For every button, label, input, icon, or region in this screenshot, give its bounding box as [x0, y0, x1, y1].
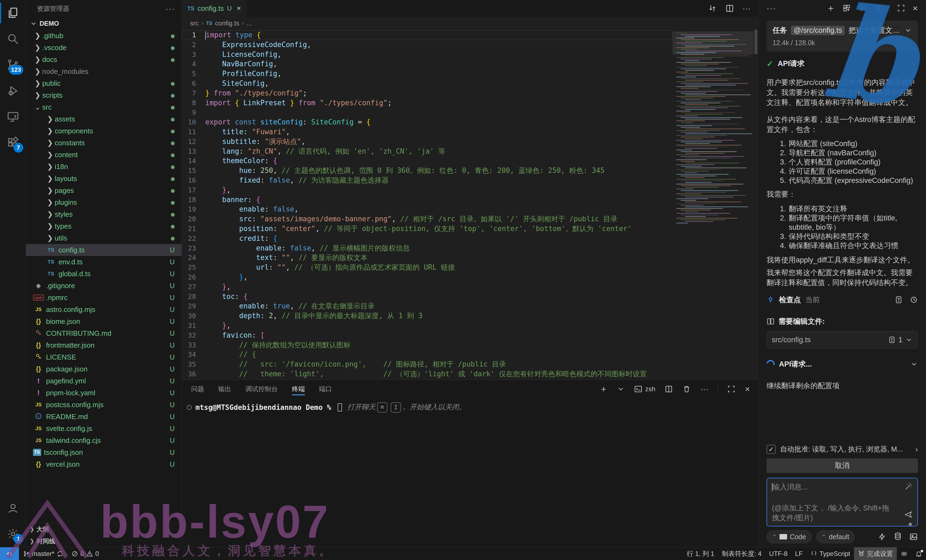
source-control-icon[interactable]: 123	[0, 52, 26, 78]
tree-item-package.json[interactable]: {}package.jsonU	[26, 363, 182, 375]
chat-input[interactable]: 输入消息... (@添加上下文， /输入命令, Shift+拖拽文件/图片)	[767, 478, 918, 527]
panel-more-icon[interactable]: ···	[767, 3, 776, 13]
tree-item-vercel.json[interactable]: {}vercel.jsonU	[26, 458, 182, 470]
code-line-22[interactable]: 22 credit: {	[182, 234, 673, 243]
panel-tab-端口[interactable]: 端口	[319, 380, 332, 398]
code-line-10[interactable]: 10export const siteConfig: SiteConfig = …	[182, 118, 673, 127]
history-icon[interactable]	[910, 296, 918, 304]
maximize-panel-icon[interactable]	[727, 385, 736, 393]
copilot-icon[interactable]	[897, 547, 911, 560]
compare-changes-icon[interactable]	[708, 4, 717, 13]
code-line-34[interactable]: 34 // {	[182, 350, 673, 359]
tree-item-types[interactable]: ❯types	[26, 220, 182, 232]
account-icon[interactable]	[0, 495, 26, 521]
code-line-26[interactable]: 26 },	[182, 272, 673, 282]
sidebar-more-icon[interactable]: ···	[165, 4, 175, 13]
code-line-4[interactable]: 4 NavBarConfig,	[182, 59, 673, 69]
indentation[interactable]: 制表符长度: 4	[718, 547, 766, 560]
panel-close-icon[interactable]: ×	[912, 3, 918, 14]
remote-explorer-icon[interactable]	[0, 104, 26, 130]
timeline-section[interactable]: ❯ 时间线	[26, 535, 182, 547]
chevron-down-icon[interactable]	[910, 60, 918, 67]
image-icon[interactable]	[909, 533, 918, 541]
profile-selector[interactable]: ⌃ default	[816, 530, 855, 543]
code-line-15[interactable]: 15 hue: 250, // 主题色的默认色调, 范围 0 到 360。例如:…	[182, 166, 673, 175]
panel-tab-终端[interactable]: 终端	[292, 380, 305, 398]
cursor-position[interactable]: 行 1, 列 1	[683, 547, 718, 560]
task-expand-icon[interactable]	[904, 27, 912, 34]
context-db-icon[interactable]	[894, 532, 902, 542]
encoding[interactable]: UTF-8	[766, 547, 791, 560]
cancel-button[interactable]: 取消	[767, 458, 918, 473]
task-file-ref[interactable]: @/src/config.ts	[791, 26, 845, 35]
terminal-content[interactable]: mtsg@MTSGdebijibendiannao Demo % 打开聊天⌘I。…	[182, 398, 758, 547]
lightning-icon[interactable]	[878, 533, 887, 541]
code-line-27[interactable]: 27 },	[182, 282, 673, 292]
workspace-section[interactable]: DEMO	[26, 17, 182, 30]
code-editor[interactable]: 1import type {2 ExpressiveCodeConfig,3 L…	[182, 30, 758, 380]
tree-item-CONTRIBUTING.md[interactable]: CONTRIBUTING.mdU	[26, 328, 182, 339]
code-line-28[interactable]: 28 toc: {	[182, 292, 673, 302]
split-editor-icon[interactable]	[725, 4, 734, 13]
terminal-more-icon[interactable]: ···	[700, 385, 708, 394]
search-icon[interactable]	[0, 26, 26, 52]
code-line-35[interactable]: 35 // src: '/favicon/icon.png', // 图标路径,…	[182, 359, 673, 369]
code-line-33[interactable]: 33 // 保持此数组为空以使用默认图标	[182, 340, 673, 350]
tree-item-postcss.config.mjs[interactable]: JSpostcss.config.mjsU	[26, 399, 182, 411]
code-line-23[interactable]: 23 enable: false, // 显示横幅图片的版权信息	[182, 243, 673, 253]
tree-item-.gitignore[interactable]: ◈.gitignoreU	[26, 280, 182, 291]
panel-tab-输出[interactable]: 输出	[218, 380, 231, 398]
minimap[interactable]	[673, 30, 754, 380]
run-debug-icon[interactable]	[0, 78, 26, 104]
language-mode[interactable]: TypeScript	[806, 547, 854, 560]
panel-account-icon[interactable]	[874, 4, 882, 12]
extension-status-item[interactable]: 完成设置	[854, 547, 897, 560]
code-line-8[interactable]: 8import { LinkPreset } from "./types/con…	[182, 98, 673, 108]
settings-gear-icon[interactable]: 1	[0, 521, 26, 547]
tree-item-frontmatter.json[interactable]: {}frontmatter.jsonU	[26, 339, 182, 351]
tree-item-tailwind.config.cjs[interactable]: JStailwind.config.cjsU	[26, 435, 182, 446]
panel-tab-问题[interactable]: 问题	[191, 380, 204, 398]
tree-item-pnpm-lock.yaml[interactable]: !pnpm-lock.yamlU	[26, 387, 182, 399]
code-line-30[interactable]: 30 depth: 2, // 目录中显示的最大标题深度, 从 1 到 3	[182, 311, 673, 321]
code-line-3[interactable]: 3 LicenseConfig,	[182, 50, 673, 59]
code-line-14[interactable]: 14 themeColor: {	[182, 156, 673, 166]
tree-item-scripts[interactable]: ❯scripts	[26, 89, 182, 101]
code-line-18[interactable]: 18 banner: {	[182, 195, 673, 205]
split-terminal-icon[interactable]	[664, 385, 673, 393]
tree-item-layouts[interactable]: ❯layouts	[26, 173, 182, 184]
file-to-edit-chip[interactable]: src/config.ts 1	[767, 331, 918, 349]
new-task-icon[interactable]: ＋	[826, 2, 835, 14]
panel-tab-调试控制台[interactable]: 调试控制台	[245, 380, 278, 398]
tree-item-i18n[interactable]: ❯i18n	[26, 161, 182, 173]
tree-item-utils[interactable]: ❯utils	[26, 232, 182, 244]
tree-item-node_modules[interactable]: ❯node_modules	[26, 65, 182, 77]
chevron-right-icon[interactable]: ›	[915, 445, 918, 454]
tree-item-tsconfig.json[interactable]: TStsconfig.jsonU	[26, 446, 182, 458]
tree-item-LICENSE[interactable]: LICENSEU	[26, 351, 182, 363]
tree-item-svelte.config.js[interactable]: JSsvelte.config.jsU	[26, 423, 182, 435]
tree-item-styles[interactable]: ❯styles	[26, 208, 182, 220]
code-area[interactable]: 1import type {2 ExpressiveCodeConfig,3 L…	[182, 30, 673, 380]
code-line-24[interactable]: 24 text: "", // 要显示的版权文本	[182, 253, 673, 263]
tree-item-assets[interactable]: ❯assets	[26, 113, 182, 125]
tree-item-constants[interactable]: ❯constants	[26, 137, 182, 149]
git-branch-item[interactable]: master*	[19, 547, 67, 560]
code-line-1[interactable]: 1import type {	[182, 30, 673, 40]
terminal-instance[interactable]: zsh	[634, 385, 655, 393]
tree-item-env.d.ts[interactable]: TSenv.d.tsU	[26, 256, 182, 268]
code-line-25[interactable]: 25 url: "", // （可选）指向原作品或艺术家页面的 URL 链接	[182, 263, 673, 272]
tree-item-biome.json[interactable]: {}biome.jsonU	[26, 315, 182, 328]
code-line-29[interactable]: 29 enable: true, // 在文章右侧显示目录	[182, 301, 673, 311]
remote-indicator[interactable]	[0, 547, 19, 560]
panel-maximize-icon[interactable]	[897, 4, 905, 12]
code-line-31[interactable]: 31 },	[182, 321, 673, 331]
tree-item-.npmrc[interactable]: npm.npmrcU	[26, 291, 182, 303]
code-line-9[interactable]: 9	[182, 108, 673, 118]
tree-item-global.d.ts[interactable]: TSglobal.d.tsU	[26, 268, 182, 280]
new-terminal-icon[interactable]: ＋	[599, 383, 608, 395]
notifications-bell-icon[interactable]	[911, 547, 926, 560]
auto-approve-row[interactable]: ✓ 自动批准: 读取, 写入, 执行, 浏览器, M... ›	[767, 444, 918, 454]
extensions-icon[interactable]: 7	[0, 130, 26, 156]
code-line-17[interactable]: 17 },	[182, 185, 673, 195]
